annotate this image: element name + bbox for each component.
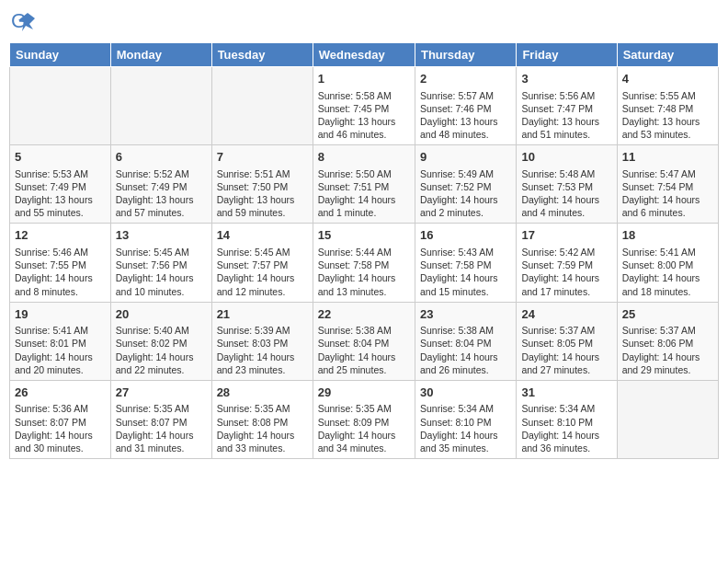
calendar-week-row: 12Sunrise: 5:46 AMSunset: 7:55 PMDayligh… [10,224,719,302]
day-info-line: Daylight: 14 hours [116,429,207,442]
day-info-line: Sunset: 7:50 PM [217,180,308,193]
day-info-line: and 31 minutes. [116,442,207,454]
day-info-line: Daylight: 14 hours [420,350,511,363]
day-info-line: Sunset: 8:00 PM [622,259,713,271]
calendar-cell: 10Sunrise: 5:48 AMSunset: 7:53 PMDayligh… [517,145,617,224]
day-info-line: Daylight: 13 hours [217,193,308,206]
day-info-line: Daylight: 14 hours [521,193,611,206]
day-number: 25 [622,306,713,323]
calendar-week-row: 19Sunrise: 5:41 AMSunset: 8:01 PMDayligh… [10,302,719,380]
day-info-line: Sunset: 7:58 PM [420,259,511,271]
day-info-line: Sunset: 8:04 PM [420,337,511,350]
day-info-line: Daylight: 14 hours [318,271,410,284]
day-info-line: and 15 minutes. [420,285,511,298]
day-number: 20 [116,306,207,323]
weekday-header: Thursday [415,43,516,67]
day-info-line: Daylight: 13 hours [521,115,611,128]
calendar-cell: 9Sunrise: 5:49 AMSunset: 7:52 PMDaylight… [415,145,516,224]
day-number: 2 [420,71,511,87]
day-info-line: and 59 minutes. [217,206,308,219]
day-number: 27 [116,385,207,401]
day-info-line: Sunrise: 5:56 AM [521,89,611,102]
day-info-line: Sunrise: 5:49 AM [420,167,511,180]
calendar-cell: 8Sunrise: 5:50 AMSunset: 7:51 PMDaylight… [313,145,415,224]
day-info-line: Sunset: 8:10 PM [420,416,511,429]
day-number: 5 [15,149,106,166]
day-info-line: Sunset: 7:54 PM [622,180,713,193]
day-info-line: Sunset: 8:07 PM [15,416,106,429]
calendar-cell: 31Sunrise: 5:34 AMSunset: 8:10 PMDayligh… [517,380,617,458]
day-info-line: and 17 minutes. [521,285,611,298]
day-info-line: and 25 minutes. [318,363,410,376]
calendar-week-row: 26Sunrise: 5:36 AMSunset: 8:07 PMDayligh… [10,380,719,458]
day-number: 23 [420,306,511,323]
day-info-line: and 18 minutes. [622,285,713,298]
day-number: 28 [217,385,308,401]
day-info-line: Sunrise: 5:44 AM [318,246,410,259]
day-number: 9 [420,149,511,166]
day-info-line: Daylight: 14 hours [622,350,713,363]
day-info-line: Sunrise: 5:35 AM [318,402,410,415]
calendar-cell: 28Sunrise: 5:35 AMSunset: 8:08 PMDayligh… [211,380,313,458]
day-info-line: Daylight: 14 hours [318,429,410,442]
day-info-line: and 55 minutes. [15,206,106,219]
day-number: 30 [420,385,511,401]
day-info-line: and 12 minutes. [217,285,308,298]
day-info-line: Daylight: 14 hours [15,271,106,284]
day-info-line: Daylight: 14 hours [318,350,410,363]
day-info-line: and 6 minutes. [622,206,713,219]
weekday-header: Monday [110,43,211,67]
day-info-line: Sunrise: 5:51 AM [217,167,308,180]
day-info-line: Sunrise: 5:52 AM [116,167,207,180]
calendar-cell: 4Sunrise: 5:55 AMSunset: 7:48 PMDaylight… [617,67,718,145]
day-info-line: and 20 minutes. [15,363,106,376]
calendar-cell: 2Sunrise: 5:57 AMSunset: 7:46 PMDaylight… [415,67,516,145]
day-info-line: Daylight: 14 hours [217,429,308,442]
calendar-cell: 11Sunrise: 5:47 AMSunset: 7:54 PMDayligh… [617,145,718,224]
day-info-line: Sunrise: 5:41 AM [15,324,106,337]
day-info-line: Sunrise: 5:50 AM [318,167,410,180]
day-info-line: Daylight: 14 hours [15,350,106,363]
day-info-line: Sunrise: 5:35 AM [116,402,207,415]
day-info-line: Sunset: 8:01 PM [15,337,106,350]
day-info-line: and 48 minutes. [420,128,511,141]
day-info-line: Sunrise: 5:37 AM [622,324,713,337]
calendar-cell: 30Sunrise: 5:34 AMSunset: 8:10 PMDayligh… [415,380,516,458]
day-info-line: Sunset: 7:49 PM [116,180,207,193]
day-info-line: Sunset: 7:49 PM [15,180,106,193]
calendar-cell: 18Sunrise: 5:41 AMSunset: 8:00 PMDayligh… [617,224,718,302]
calendar-cell: 17Sunrise: 5:42 AMSunset: 7:59 PMDayligh… [517,224,617,302]
day-info-line: Sunrise: 5:34 AM [521,402,611,415]
day-number: 21 [217,306,308,323]
day-info-line: Sunset: 8:04 PM [318,337,410,350]
day-info-line: Sunrise: 5:36 AM [15,402,106,415]
day-number: 24 [521,306,611,323]
calendar-cell: 29Sunrise: 5:35 AMSunset: 8:09 PMDayligh… [313,380,415,458]
weekday-header-row: SundayMondayTuesdayWednesdayThursdayFrid… [10,43,719,67]
day-info-line: and 51 minutes. [521,128,611,141]
day-info-line: Sunrise: 5:57 AM [420,89,511,102]
day-info-line: Sunset: 7:55 PM [15,259,106,271]
day-info-line: Sunset: 7:59 PM [521,259,611,271]
day-info-line: Daylight: 13 hours [420,115,511,128]
day-info-line: Sunset: 7:46 PM [420,102,511,115]
day-info-line: and 46 minutes. [318,128,410,141]
weekday-header: Sunday [10,43,111,67]
calendar-table: SundayMondayTuesdayWednesdayThursdayFrid… [9,42,719,459]
day-info-line: Sunrise: 5:43 AM [420,246,511,259]
day-number: 14 [217,227,308,244]
day-info-line: Daylight: 13 hours [116,193,207,206]
day-number: 16 [420,227,511,244]
day-info-line: Sunset: 7:53 PM [521,180,611,193]
day-info-line: Sunrise: 5:58 AM [318,89,410,102]
calendar-cell: 23Sunrise: 5:38 AMSunset: 8:04 PMDayligh… [415,302,516,380]
day-number: 31 [521,385,611,401]
calendar-cell: 19Sunrise: 5:41 AMSunset: 8:01 PMDayligh… [10,302,111,380]
day-number: 1 [318,71,410,87]
day-info-line: Sunset: 7:57 PM [217,259,308,271]
day-info-line: and 33 minutes. [217,442,308,454]
day-info-line: Sunset: 7:51 PM [318,180,410,193]
calendar-cell: 12Sunrise: 5:46 AMSunset: 7:55 PMDayligh… [10,224,111,302]
day-info-line: Sunset: 8:02 PM [116,337,207,350]
day-info-line: and 53 minutes. [622,128,713,141]
